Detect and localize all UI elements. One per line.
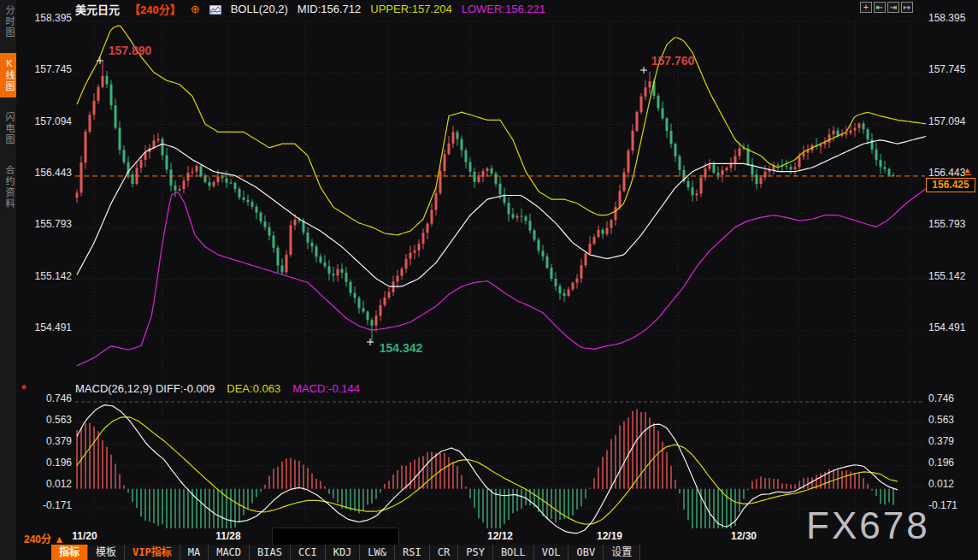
toolbar-tab-CR[interactable]: CR (430, 545, 458, 560)
macd-y-label-right: 0.563 (928, 414, 978, 426)
sidebar-item-3[interactable]: 合约资料 (0, 160, 16, 215)
sidebar-item-2[interactable]: 闪电图 (0, 107, 16, 150)
boll-upper-value: UPPER:157.204 (370, 3, 451, 15)
main-y-label-right: 155.142 (928, 270, 978, 282)
chart-thumbnail-icon (209, 4, 221, 14)
main-y-label-left: 156.443 (21, 167, 72, 179)
macd-y-label-left: 0.563 (21, 414, 72, 426)
toolbar-tab-MACD[interactable]: MACD (209, 545, 250, 560)
toolbar-tab-LW&[interactable]: LW& (360, 545, 395, 560)
sidebar-item-1[interactable]: K线图 (0, 53, 16, 97)
main-y-label-right: 154.491 (928, 321, 978, 333)
scale-left-icon[interactable]: ⇤ (874, 2, 886, 13)
macd-y-label-right: 0.746 (928, 392, 978, 404)
toolbar-tab-RSI[interactable]: RSI (395, 545, 430, 560)
last-price-box: 156.425 (926, 178, 975, 192)
main-y-label-right: 157.745 (928, 63, 978, 75)
macd-indicator-header: MACD(26,12,9) DIFF:-0.009 DEA:0.063 MACD… (75, 382, 360, 395)
toolbar-tab-BIAS[interactable]: BIAS (250, 545, 291, 560)
macd-y-label-left: -0.171 (21, 499, 72, 511)
toolbar-tab-VOL[interactable]: VOL (534, 545, 569, 560)
instrument-title: 美元日元 (75, 1, 120, 17)
trading-app-window: 157.890157.760154.342 分时图K线图闪电图合约资料 美元日元… (0, 0, 978, 560)
toolbar-tab-VIP指标[interactable]: VIP指标 (125, 545, 180, 560)
x-axis-date-label: 12/12 (474, 530, 526, 542)
toolbar-tab-PSY[interactable]: PSY (458, 545, 493, 560)
main-y-label-left: 155.142 (21, 270, 72, 282)
chart-canvas[interactable]: 157.890157.760154.342 (0, 0, 978, 560)
price-alert-icon: ▲ (963, 166, 971, 175)
toolbar-tab-指标[interactable]: 指标 (51, 545, 88, 560)
toolbar-tab-KDJ[interactable]: KDJ (326, 545, 361, 560)
main-y-label-left: 158.395 (21, 12, 72, 24)
main-y-label-right: 157.094 (928, 115, 978, 127)
chart-window-controls: +⇤⇥↦ (860, 2, 913, 13)
boll-label: BOLL(20,2) (231, 3, 288, 15)
macd-y-label-left: 0.746 (21, 392, 72, 404)
macd-y-label-right: 0.196 (928, 457, 978, 469)
chevron-up-icon: ▲ (54, 533, 64, 545)
main-y-label-left: 157.094 (21, 115, 72, 127)
period-label: 【240分】 (129, 1, 181, 17)
toolbar-tab-模板[interactable]: 模板 (88, 545, 125, 560)
svg-text:157.760: 157.760 (651, 54, 695, 68)
x-axis-scrollbar-thumb[interactable] (272, 528, 399, 546)
macd-dea-value: DEA:0.063 (227, 382, 280, 395)
main-y-label-left: 157.745 (21, 63, 72, 75)
toolbar-tab-OBV[interactable]: OBV (569, 545, 604, 560)
macd-y-label-left: 0.196 (21, 457, 72, 469)
shift-right-icon[interactable]: ↦ (901, 2, 913, 13)
scale-right-icon[interactable]: ⇥ (887, 2, 899, 13)
macd-macd-value: MACD:-0.144 (292, 382, 360, 395)
main-y-label-right: 158.395 (928, 12, 978, 24)
macd-y-label-right: -0.171 (928, 499, 978, 511)
main-chart-header: 美元日元 【240分】 ⊕ BOLL(20,2) MID:156.712 UPP… (75, 3, 545, 15)
x-axis-date-label: 11/28 (203, 530, 254, 542)
macd-y-label-right: 0.012 (928, 478, 978, 490)
main-y-label-left: 154.491 (21, 321, 72, 333)
macd-y-label-left: 0.012 (21, 478, 72, 490)
watermark: FX678 (806, 504, 930, 547)
main-y-label-right: 155.793 (928, 218, 978, 230)
indicator-toolbar: 指标模板VIP指标MAMACDBIASCCIKDJLW&RSICRPSYBOLL… (51, 545, 640, 560)
chart-type-sidebar: 分时图K线图闪电图合约资料 (0, 0, 16, 560)
toolbar-tab-设置[interactable]: 设置 (604, 545, 640, 560)
toolbar-tab-MA[interactable]: MA (180, 545, 209, 560)
toolbar-tab-BOLL[interactable]: BOLL (493, 545, 534, 560)
toolbar-tab-CCI[interactable]: CCI (291, 545, 326, 560)
main-y-label-left: 155.793 (21, 218, 72, 230)
macd-flag-icon[interactable]: * (21, 383, 27, 395)
macd-y-label-left: 0.379 (21, 435, 72, 447)
svg-text:154.342: 154.342 (380, 341, 423, 355)
x-axis-date-label: 12/30 (718, 530, 769, 542)
boll-lower-value: LOWER:156.221 (462, 3, 545, 15)
x-axis-date-label: 12/19 (584, 530, 635, 542)
sidebar-item-0[interactable]: 分时图 (0, 0, 16, 44)
boll-mid-value: MID:156.712 (298, 3, 361, 15)
x-axis-date-label: 11/20 (59, 530, 110, 542)
svg-text:157.890: 157.890 (109, 44, 152, 57)
macd-label-diff: MACD(26,12,9) DIFF:-0.009 (75, 382, 215, 395)
pan-all-icon[interactable]: + (860, 2, 872, 13)
period-selector[interactable]: 240分 ▲ (24, 531, 64, 545)
add-indicator-icon[interactable]: ⊕ (191, 3, 200, 15)
macd-y-label-right: 0.379 (928, 435, 978, 447)
